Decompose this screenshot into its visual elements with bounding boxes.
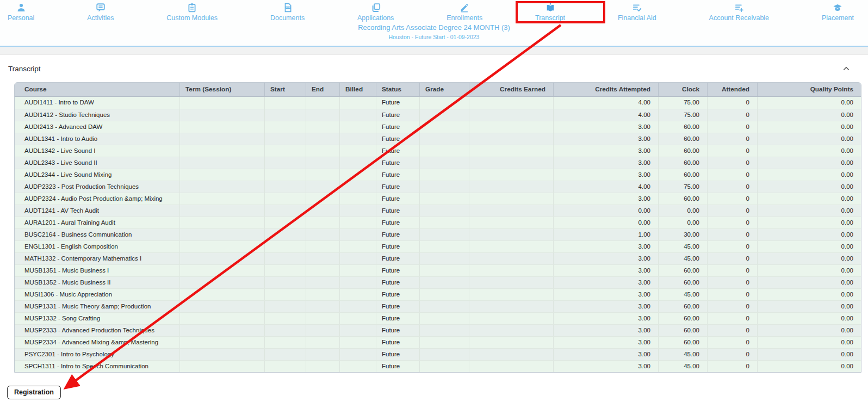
nav-item-account-receivable[interactable]: Account Receivable (709, 3, 769, 22)
cell-billed (340, 325, 376, 336)
cell-credits-earned (469, 217, 554, 228)
cell-quality-points: 0.00 (758, 133, 861, 145)
cell-end (306, 121, 340, 133)
cell-start (265, 217, 306, 228)
nav-item-custom-modules[interactable]: Custom Modules (166, 3, 218, 22)
cell-quality-points: 0.00 (758, 301, 861, 312)
nav-label: Personal (8, 14, 34, 22)
table-row: PSYC2301 - Intro to PsychologyFuture3.00… (15, 348, 861, 360)
cell-credits-attempted: 4.00 (554, 97, 659, 109)
graduation-cap-icon (833, 3, 842, 13)
cell-term-session (180, 205, 265, 217)
cell-credits-earned (469, 133, 554, 145)
person-icon (16, 3, 26, 13)
cell-quality-points: 0.00 (758, 289, 861, 300)
cell-clock: 60.00 (659, 157, 708, 169)
cell-term-session (180, 253, 265, 264)
cell-status: Future (376, 361, 420, 372)
cell-billed (340, 205, 376, 217)
cell-end (306, 229, 340, 240)
cell-start (265, 193, 306, 205)
cell-course: PSYC2301 - Intro to Psychology (15, 349, 180, 360)
program-subtitle: Houston - Future Start - 01-09-2023 (0, 34, 868, 40)
cell-end (306, 277, 340, 288)
table-row: MUSI1306 - Music AppreciationFuture3.004… (15, 288, 861, 300)
chevron-up-icon[interactable] (840, 63, 852, 75)
table-row: AUDP2324 - Audio Post Production &amp; M… (15, 193, 861, 205)
cell-grade (420, 157, 469, 169)
cell-end (306, 253, 340, 264)
program-info: Recording Arts Associate Degree 24 MONTH… (0, 23, 868, 40)
cell-billed (340, 97, 376, 109)
cell-clock: 60.00 (659, 121, 708, 133)
top-nav: PersonalActivitiesCustom ModulesPDFDocum… (0, 0, 868, 22)
nav-label: Custom Modules (166, 14, 218, 22)
cell-credits-attempted: 3.00 (554, 337, 659, 348)
cell-credits-attempted: 4.00 (554, 181, 659, 193)
cell-start (265, 241, 306, 252)
nav-label: Placement (822, 14, 854, 22)
cell-end (306, 289, 340, 300)
cell-attended: 0 (708, 277, 758, 288)
transcript-section: Transcript CourseTerm (Session)StartEndB… (0, 55, 868, 399)
cell-grade (420, 97, 469, 109)
cell-end (306, 109, 340, 121)
cell-clock: 45.00 (659, 241, 708, 252)
cell-credits-earned (469, 349, 554, 360)
nav-label: Financial Aid (618, 14, 656, 22)
cell-attended: 0 (708, 217, 758, 228)
cell-attended: 0 (708, 97, 758, 109)
cell-billed (340, 313, 376, 324)
cell-quality-points: 0.00 (758, 325, 861, 336)
nav-item-applications[interactable]: Applications (357, 3, 394, 22)
cell-quality-points: 0.00 (758, 349, 861, 360)
cell-end (306, 313, 340, 324)
cell-quality-points: 0.00 (758, 121, 861, 133)
nav-item-documents[interactable]: PDFDocuments (270, 3, 305, 22)
column-header-attended: Attended (708, 83, 758, 96)
cell-start (265, 325, 306, 336)
cell-clock: 45.00 (659, 253, 708, 264)
cell-grade (420, 145, 469, 157)
cell-credits-attempted: 3.00 (554, 361, 659, 372)
cell-clock: 75.00 (659, 181, 708, 193)
cell-attended: 0 (708, 289, 758, 300)
chat-bubble-icon (96, 3, 106, 13)
cell-credits-earned (469, 325, 554, 336)
cell-grade (420, 277, 469, 288)
cell-start (265, 301, 306, 312)
cell-course: AUDP2324 - Audio Post Production &amp; M… (15, 193, 180, 205)
nav-item-enrollments[interactable]: Enrollments (447, 3, 482, 22)
table-row: MUSP1332 - Song CraftingFuture3.0060.000… (15, 312, 861, 324)
nav-item-financial-aid[interactable]: Financial Aid (618, 3, 656, 22)
nav-item-personal[interactable]: Personal (8, 3, 34, 22)
cell-start (265, 97, 306, 109)
cell-end (306, 241, 340, 252)
cell-status: Future (376, 157, 420, 169)
cell-clock: 30.00 (659, 229, 708, 240)
cell-term-session (180, 289, 265, 300)
cell-course: AUDL1341 - Intro to Audio (15, 133, 180, 145)
cell-course: MUSP2333 - Advanced Production Technique… (15, 325, 180, 336)
cell-start (265, 133, 306, 145)
cell-term-session (180, 265, 265, 276)
cell-start (265, 289, 306, 300)
registration-button[interactable]: Registration (7, 386, 61, 399)
column-header-clock: Clock (659, 83, 708, 96)
cell-course: MUSP1332 - Song Crafting (15, 313, 180, 324)
cell-credits-earned (469, 205, 554, 217)
cell-attended: 0 (708, 181, 758, 193)
nav-item-placement[interactable]: Placement (822, 3, 854, 22)
cell-course: ENGL1301 - English Composition (15, 241, 180, 252)
cell-end (306, 349, 340, 360)
cell-course: AUDL2343 - Live Sound II (15, 157, 180, 169)
cell-grade (420, 169, 469, 181)
cell-billed (340, 301, 376, 312)
nav-item-activities[interactable]: Activities (87, 3, 114, 22)
nav-item-transcript[interactable]: Transcript (535, 3, 565, 22)
cell-credits-earned (469, 361, 554, 372)
cell-start (265, 109, 306, 121)
cell-billed (340, 361, 376, 372)
cell-status: Future (376, 277, 420, 288)
cell-term-session (180, 349, 265, 360)
